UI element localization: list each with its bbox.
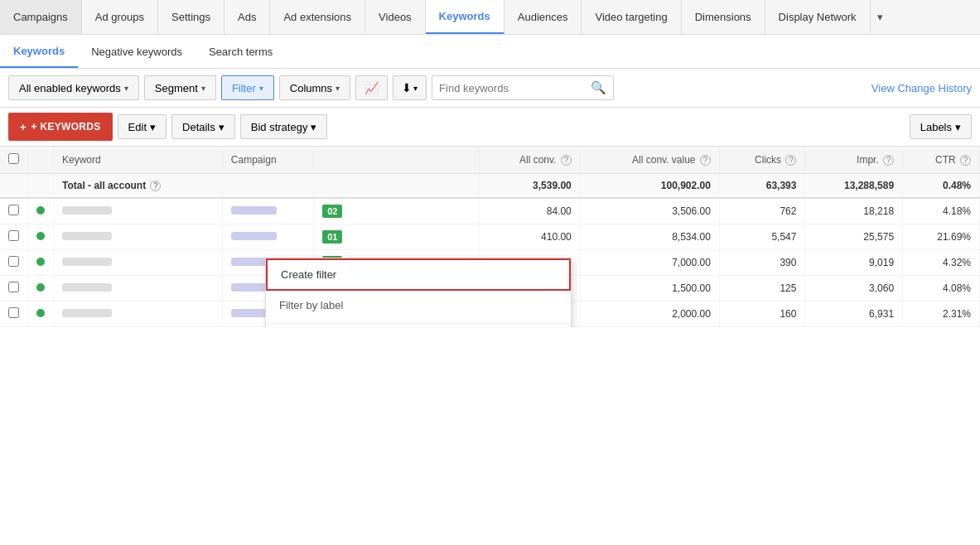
ctr-value: 4.32% [903,250,980,276]
keyword-value [62,232,112,240]
all-conv-value-cell: 3,506.00 [580,198,719,224]
select-all-checkbox[interactable] [8,153,19,164]
filter-dropdown-menu: Create filter Filter by label Apply save… [265,258,572,327]
all-keywords-label: All enabled keywords [19,82,121,94]
tab-videos[interactable]: Videos [365,0,426,34]
tab-ad-groups[interactable]: Ad groups [82,0,158,34]
all-conv-value: 84.00 [480,198,581,224]
status-dot [36,232,45,240]
search-input[interactable] [439,82,591,94]
impr-value: 3,060 [805,276,903,301]
extra-header [314,147,480,174]
ctr-value: 4.08% [903,276,980,301]
ctr-header: CTR ? [903,147,980,174]
all-conv-value-cell: 8,534.00 [580,224,719,250]
more-icon[interactable]: ▾ [871,0,890,34]
clicks-value: 160 [719,301,805,327]
subtab-negative-keywords[interactable]: Negative keywords [78,35,196,68]
chevron-down-icon: ▾ [311,121,316,133]
toolbar: All enabled keywords ▾ Segment ▾ Filter … [0,69,980,108]
chevron-down-icon: ▾ [124,84,128,93]
search-box: 🔍 [432,75,614,100]
row-checkbox[interactable] [8,230,19,241]
chevron-down-icon: ▾ [413,84,418,93]
clicks-header: Clicks ? [719,147,805,174]
all-keywords-dropdown[interactable]: All enabled keywords ▾ [8,75,139,100]
table-row: 02 84.00 3,506.00 762 18,218 4.18% [0,198,980,224]
total-all-conv: 3,539.00 [480,174,581,199]
chevron-down-icon: ▾ [955,121,961,133]
chevron-down-icon: ▾ [201,84,205,93]
tab-ad-extensions[interactable]: Ad extensions [270,0,365,34]
dropdown-divider [266,323,571,324]
sub-nav: Keywords Negative keywords Search terms [0,35,980,69]
labels-dropdown[interactable]: Labels ▾ [910,114,972,139]
filter-dropdown[interactable]: Filter ▾ [221,75,274,100]
create-filter-item[interactable]: Create filter [266,258,571,291]
tier-badge: 02 [322,205,342,218]
status-dot [36,206,45,215]
clicks-value: 5,547 [719,224,805,250]
impr-value: 18,218 [805,198,903,224]
tier-badge: 01 [322,230,342,244]
edit-dropdown[interactable]: Edit ▾ [118,114,167,139]
help-icon[interactable]: ? [883,155,894,166]
row-checkbox[interactable] [8,256,19,267]
download-btn[interactable]: ⬇▾ [393,75,427,100]
subtab-search-terms[interactable]: Search terms [196,35,286,68]
all-conv-value-cell: 7,000.00 [580,250,719,276]
tab-ads[interactable]: Ads [224,0,270,34]
chart-icon-btn[interactable]: 📈 [355,75,388,100]
add-keywords-label: + KEYWORDS [31,121,101,133]
campaign-header: Campaign [222,147,313,174]
tab-campaigns[interactable]: Campaigns [0,0,82,34]
tab-audiences[interactable]: Audiences [504,0,582,34]
help-icon[interactable]: ? [700,155,711,166]
all-conv-value-cell: 1,500.00 [580,276,719,301]
chevron-down-icon: ▾ [150,121,156,133]
filter-by-label-item[interactable]: Filter by label [266,291,571,320]
row-checkbox[interactable] [8,205,19,215]
subtab-keywords[interactable]: Keywords [0,35,78,68]
tab-dimensions[interactable]: Dimensions [682,0,765,34]
all-conv-value: 410.00 [480,224,581,250]
segment-dropdown[interactable]: Segment ▾ [144,75,216,100]
total-clicks: 63,393 [719,174,805,199]
all-conv-value-header: All conv. value ? [580,147,719,174]
chevron-down-icon: ▾ [259,84,263,93]
all-conv-value-cell: 2,000.00 [580,301,719,327]
help-icon[interactable]: ? [561,155,572,166]
total-ctr: 0.48% [903,174,980,199]
bid-strategy-dropdown[interactable]: Bid strategy ▾ [240,114,328,139]
help-icon[interactable]: ? [150,181,161,191]
filter-by-label-text: Filter by label [279,299,343,311]
chevron-down-icon: ▾ [336,84,340,93]
help-icon[interactable]: ? [960,155,971,166]
table-row: 01 410.00 8,534.00 5,547 25,575 21.69% [0,224,980,250]
tab-video-targeting[interactable]: Video targeting [582,0,681,34]
help-icon[interactable]: ? [785,155,796,166]
tab-keywords[interactable]: Keywords [426,0,504,34]
total-label: Total - all account ? [54,174,223,199]
keyword-value [62,258,112,266]
tab-display-network[interactable]: Display Network [765,0,871,34]
tab-settings[interactable]: Settings [158,0,224,34]
search-icon[interactable]: 🔍 [591,80,606,95]
clicks-value: 390 [719,250,805,276]
impr-value: 9,019 [805,250,903,276]
clicks-value: 125 [719,276,805,301]
ctr-value: 2.31% [903,301,980,327]
columns-dropdown[interactable]: Columns ▾ [279,75,350,100]
details-dropdown[interactable]: Details ▾ [171,114,235,139]
add-keywords-button[interactable]: + + KEYWORDS [8,113,113,141]
status-dot [36,283,45,292]
row-checkbox[interactable] [8,282,19,292]
keyword-value [62,283,112,292]
create-filter-label: Create filter [281,268,336,281]
status-dot [36,309,45,317]
labels-label: Labels [920,121,952,133]
filter-label: Filter [232,82,256,94]
view-change-history-link[interactable]: View Change History [871,82,972,94]
row-checkbox[interactable] [8,307,19,318]
columns-label: Columns [290,82,332,94]
